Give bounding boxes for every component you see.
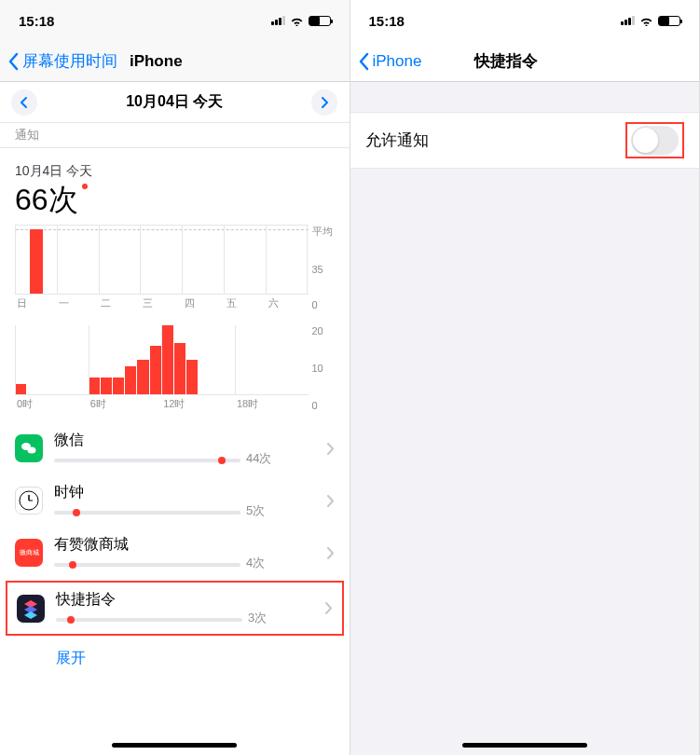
chevron-right-icon [327, 495, 335, 507]
app-name: 有赞微商城 [54, 535, 316, 555]
next-day-button[interactable] [311, 89, 337, 116]
app-info: 有赞微商城4次 [54, 535, 316, 571]
app-info: 时钟5次 [54, 483, 316, 519]
settings-group: 允许通知 [350, 112, 700, 169]
status-time: 15:18 [19, 13, 54, 29]
section-header-truncated: 通知 [0, 123, 350, 148]
app-count: 5次 [246, 502, 265, 519]
status-icons [621, 16, 680, 26]
back-button[interactable]: 屏幕使用时间 [7, 50, 117, 72]
shortcuts-icon [17, 595, 45, 623]
expand-button[interactable]: 展开 [0, 638, 350, 680]
allow-notifications-row: 允许通知 [350, 113, 700, 168]
summary-count: 66次 [15, 180, 78, 221]
red-dot-icon [82, 184, 88, 189]
app-row[interactable]: 时钟5次 [0, 474, 350, 527]
youzan-icon: 微商城 [15, 539, 43, 567]
signal-icon [271, 16, 285, 25]
chevron-right-icon [327, 547, 335, 559]
chevron-right-icon [325, 602, 333, 614]
chevron-left-icon [7, 52, 19, 71]
battery-icon [309, 16, 331, 26]
app-row[interactable]: 微信44次 [0, 422, 350, 474]
chevron-right-icon [320, 96, 329, 109]
chevron-left-icon [358, 52, 369, 71]
chevron-left-icon [20, 96, 29, 109]
app-info: 微信44次 [54, 431, 316, 467]
wifi-icon [290, 16, 304, 26]
chevron-right-icon [327, 443, 335, 455]
date-label: 10月04日 今天 [126, 92, 223, 112]
app-list: 微信44次时钟5次微商城有赞微商城4次快捷指令3次 [0, 422, 350, 636]
nav-bar-left: 屏幕使用时间 iPhone [0, 41, 350, 82]
home-indicator[interactable] [112, 743, 237, 748]
app-usage-bar [54, 459, 240, 462]
app-name: 快捷指令 [56, 590, 314, 610]
date-picker: 10月04日 今天 [0, 82, 350, 123]
app-row[interactable]: 快捷指令3次 [6, 581, 344, 636]
back-button[interactable]: iPhone [358, 52, 422, 71]
app-count: 4次 [246, 555, 265, 571]
app-usage-bar [54, 511, 240, 515]
svg-point-1 [28, 447, 36, 454]
summary-date: 10月4日 今天 [15, 163, 335, 180]
allow-notifications-label: 允许通知 [365, 130, 429, 151]
nav-title: 快捷指令 [474, 50, 538, 72]
home-indicator[interactable] [462, 743, 587, 748]
hourly-chart: 20100 0时6时12时18时 [0, 325, 350, 411]
status-bar: 15:18 [0, 0, 350, 41]
signal-icon [621, 16, 635, 25]
nav-bar-right: iPhone 快捷指令 [350, 41, 700, 82]
status-icons [271, 16, 331, 26]
back-label: iPhone [373, 52, 422, 71]
summary: 10月4日 今天 66次 [0, 148, 350, 225]
right-phone: 15:18 iPhone 快捷指令 允许通知 [350, 0, 701, 755]
app-info: 快捷指令3次 [56, 590, 314, 626]
app-count: 44次 [246, 450, 271, 467]
toggle-knob [633, 128, 658, 153]
app-usage-bar [54, 563, 240, 567]
status-bar: 15:18 [350, 0, 700, 41]
left-phone: 15:18 屏幕使用时间 iPhone 10月04日 今天 通知 10月4日 今… [0, 0, 350, 755]
app-row[interactable]: 微商城有赞微商城4次 [0, 527, 350, 579]
app-count: 3次 [248, 610, 267, 626]
nav-title: iPhone [130, 52, 183, 71]
summary-count-text: 66次 [15, 183, 78, 216]
app-usage-bar [56, 618, 242, 622]
clock-icon [15, 487, 43, 515]
status-time: 15:18 [369, 13, 405, 29]
battery-icon [658, 16, 680, 26]
wifi-icon [639, 16, 653, 26]
back-label: 屏幕使用时间 [22, 50, 117, 72]
toggle-highlight [625, 122, 684, 158]
wechat-icon [15, 434, 43, 462]
app-name: 微信 [54, 431, 316, 450]
prev-day-button[interactable] [11, 89, 37, 116]
allow-notifications-toggle[interactable] [631, 126, 679, 155]
daily-chart: 平均350 日一二三四五六 [0, 225, 350, 310]
app-name: 时钟 [54, 483, 316, 502]
